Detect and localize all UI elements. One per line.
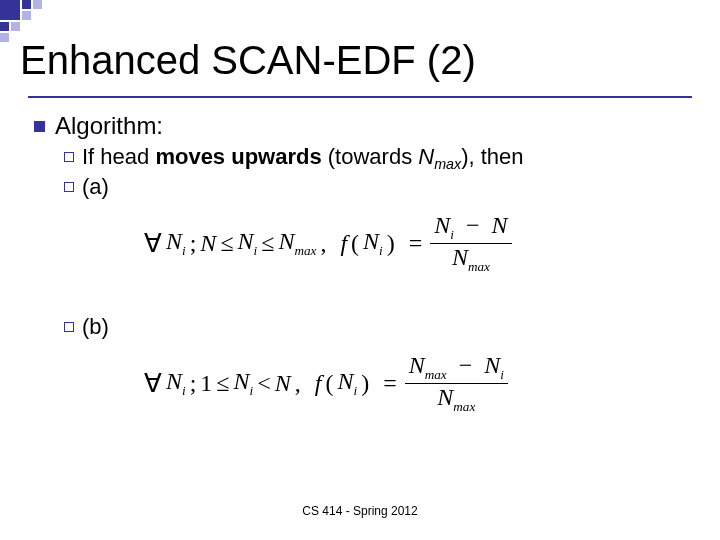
var: N <box>492 212 508 238</box>
case-a-label: (a) <box>82 174 109 200</box>
sub: i <box>182 383 186 398</box>
var: N <box>166 368 182 394</box>
var: N <box>452 244 468 270</box>
text-bold: moves upwards <box>155 144 321 169</box>
slide: Enhanced SCAN-EDF (2) Algorithm: If head… <box>0 0 720 540</box>
sub: max <box>453 399 475 414</box>
op: − <box>459 352 473 378</box>
case-b-label: (b) <box>82 314 109 340</box>
paren: ) <box>361 370 369 397</box>
footer: CS 414 - Spring 2012 <box>0 504 720 518</box>
text: ), then <box>461 144 523 169</box>
op: ≤ <box>261 230 274 257</box>
algorithm-label: Algorithm: <box>55 112 163 140</box>
fraction: Ni − N Nmax <box>430 212 511 274</box>
corner-accent <box>0 0 42 42</box>
accent-square-small <box>33 0 42 9</box>
sub: i <box>450 227 454 242</box>
var: N <box>337 368 353 394</box>
title-rule <box>28 96 692 98</box>
sub: max <box>468 259 490 274</box>
var: N <box>234 368 250 394</box>
var: N <box>275 370 291 397</box>
sub: i <box>379 243 383 258</box>
op: ≤ <box>220 230 233 257</box>
var: N <box>437 384 453 410</box>
formula-b: ∀ Ni ; 1 ≤ Ni < N , f ( Ni ) = Nmax − Ni <box>144 352 700 414</box>
text: (towards <box>322 144 419 169</box>
var: N <box>200 230 216 257</box>
fraction: Nmax − Ni Nmax <box>405 352 508 414</box>
sub: i <box>500 367 504 382</box>
forall-symbol: ∀ <box>144 368 162 399</box>
op: − <box>466 212 480 238</box>
sub: max <box>425 367 447 382</box>
op: = <box>409 230 423 257</box>
var: N <box>278 228 294 254</box>
bullet-case-a: (a) <box>64 174 700 200</box>
fn: f <box>315 370 322 397</box>
sub-max: max <box>434 156 461 172</box>
var: N <box>363 228 379 254</box>
sep: , <box>295 370 301 397</box>
op: = <box>383 370 397 397</box>
accent-square-large <box>0 0 20 20</box>
accent-square-small <box>11 22 20 31</box>
op: ≤ <box>216 370 229 397</box>
var: N <box>238 228 254 254</box>
sub: i <box>250 383 254 398</box>
var: N <box>166 228 182 254</box>
var: N <box>434 212 450 238</box>
bullet-icon <box>34 121 45 132</box>
bullet-case-b: (b) <box>64 314 700 340</box>
num: 1 <box>200 370 212 397</box>
sub: max <box>294 243 316 258</box>
text: If head <box>82 144 155 169</box>
accent-square-small <box>22 0 31 9</box>
sep: ; <box>190 370 197 397</box>
bullet-icon <box>64 152 74 162</box>
paren: ( <box>351 230 359 257</box>
sep: , <box>320 230 326 257</box>
slide-body: Algorithm: If head moves upwards (toward… <box>34 112 700 432</box>
accent-square-small <box>0 22 9 31</box>
formula-a: ∀ Ni ; N ≤ Ni ≤ Nmax , f ( Ni ) = Ni − N <box>144 212 700 274</box>
bullet-icon <box>64 322 74 332</box>
accent-square-small <box>33 11 42 20</box>
accent-square-small <box>22 11 31 20</box>
slide-title: Enhanced SCAN-EDF (2) <box>20 38 476 83</box>
sub: i <box>182 243 186 258</box>
op: < <box>257 370 271 397</box>
bullet-algorithm: Algorithm: <box>34 112 700 140</box>
fn: f <box>340 230 347 257</box>
bullet-icon <box>64 182 74 192</box>
if-text: If head moves upwards (towards Nmax), th… <box>82 144 524 172</box>
accent-square-small <box>0 33 9 42</box>
paren: ) <box>387 230 395 257</box>
sub: i <box>353 383 357 398</box>
bullet-if-condition: If head moves upwards (towards Nmax), th… <box>64 144 700 172</box>
paren: ( <box>325 370 333 397</box>
var-N: N <box>418 144 434 169</box>
forall-symbol: ∀ <box>144 228 162 259</box>
sub: i <box>254 243 258 258</box>
var: N <box>484 352 500 378</box>
sep: ; <box>190 230 197 257</box>
var: N <box>409 352 425 378</box>
